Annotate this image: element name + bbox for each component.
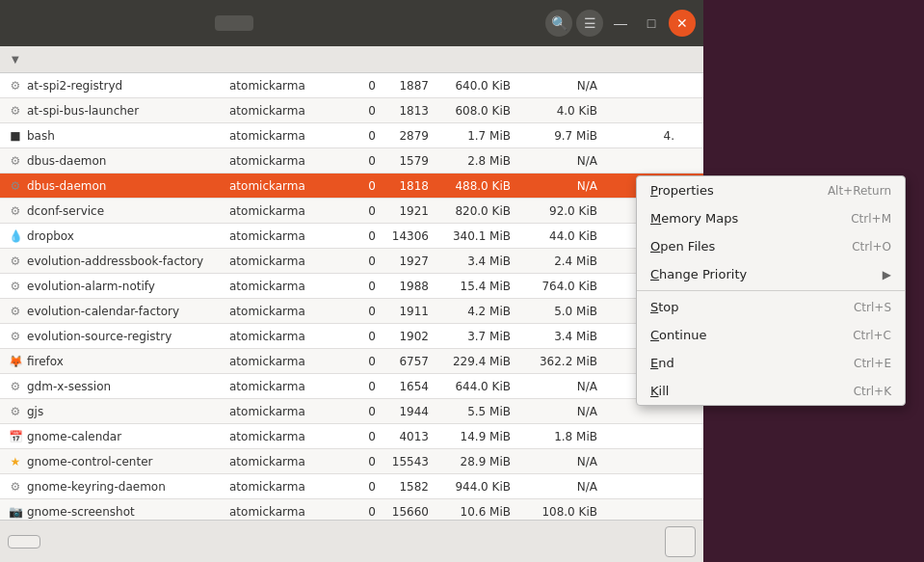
- table-row[interactable]: ⚙ gnome-keyring-daemon atomickarma 0 158…: [0, 474, 703, 499]
- shortcut-label: Ctrl+E: [854, 357, 891, 370]
- menu-item-stop[interactable]: StopCtrl+S: [637, 293, 905, 321]
- process-id: 1944: [380, 405, 433, 418]
- process-id: 1818: [380, 179, 433, 193]
- table-row[interactable]: ⚙ evolution-calendar-factory atomickarma…: [0, 299, 703, 324]
- shortcut-label: Alt+Return: [828, 184, 891, 198]
- process-user: atomickarma: [225, 104, 322, 118]
- process-user: atomickarma: [225, 380, 322, 393]
- process-diskr: N/A: [515, 480, 601, 494]
- process-diskr: 3.4 MiB: [515, 330, 601, 343]
- table-row[interactable]: 💧 dropbox atomickarma 0 14306 340.1 MiB …: [0, 224, 703, 249]
- process-icon: ⚙: [8, 78, 23, 94]
- process-cpu: 0: [322, 330, 380, 343]
- table-row[interactable]: ⚙ dbus-daemon atomickarma 0 1579 2.8 MiB…: [0, 148, 703, 174]
- menu-item-open-files[interactable]: Open FilesCtrl+O: [637, 232, 905, 260]
- menu-item-properties[interactable]: PropertiesAlt+Return: [637, 176, 905, 204]
- process-diskr: 44.0 KiB: [515, 229, 601, 243]
- process-memory: 4.2 MiB: [433, 305, 515, 318]
- context-menu: PropertiesAlt+ReturnMemory MapsCtrl+MOpe…: [636, 175, 906, 406]
- table-row[interactable]: ⚙ evolution-alarm-notify atomickarma 0 1…: [0, 274, 703, 299]
- process-name: ★ gnome-control-center: [4, 454, 225, 469]
- process-memory: 340.1 MiB: [433, 229, 515, 243]
- tab-filesystems[interactable]: [296, 15, 334, 31]
- table-row[interactable]: 📅 gnome-calendar atomickarma 0 4013 14.9…: [0, 424, 703, 449]
- table-row[interactable]: ⚙ dbus-daemon atomickarma 0 1818 488.0 K…: [0, 174, 703, 199]
- process-memory: 3.7 MiB: [433, 330, 515, 343]
- process-id: 14306: [380, 229, 433, 243]
- process-id: 1654: [380, 380, 433, 393]
- process-icon: ■: [8, 128, 23, 144]
- process-icon: 📅: [8, 429, 23, 444]
- shortcut-label: Ctrl+O: [852, 240, 891, 254]
- table-row[interactable]: 📷 gnome-screenshot atomickarma 0 15660 1…: [0, 499, 703, 520]
- process-cpu: 0: [322, 254, 380, 268]
- process-cpu: 0: [322, 305, 380, 318]
- process-user: atomickarma: [225, 455, 322, 468]
- process-icon: ⚙: [8, 103, 23, 119]
- process-cpu: 0: [322, 179, 380, 193]
- process-name: ⚙ at-spi-bus-launcher: [4, 103, 225, 119]
- table-row[interactable]: ⚙ at-spi-bus-launcher atomickarma 0 1813…: [0, 98, 703, 123]
- table-row[interactable]: ⚙ evolution-addressbook-factory atomicka…: [0, 249, 703, 274]
- tab-resources[interactable]: [255, 15, 294, 31]
- table-row[interactable]: 🦊 firefox atomickarma 0 6757 229.4 MiB 3…: [0, 349, 703, 374]
- process-icon: ⚙: [8, 203, 23, 219]
- table-row[interactable]: ■ bash atomickarma 0 2879 1.7 MiB 9.7 Mi…: [0, 123, 703, 148]
- minimize-button[interactable]: —: [607, 10, 634, 37]
- process-user: atomickarma: [225, 254, 322, 268]
- table-row[interactable]: ⚙ gdm-x-session atomickarma 0 1654 644.0…: [0, 374, 703, 399]
- settings-button[interactable]: [665, 526, 696, 557]
- end-process-button[interactable]: [8, 535, 40, 549]
- close-button[interactable]: ✕: [669, 10, 696, 37]
- titlebar: 🔍 ☰ — □ ✕: [0, 0, 703, 46]
- menu-item-end[interactable]: EndCtrl+E: [637, 349, 905, 377]
- search-button[interactable]: 🔍: [545, 10, 572, 37]
- process-name: ⚙ dconf-service: [4, 203, 225, 219]
- process-memory: 944.0 KiB: [433, 480, 515, 494]
- process-name: ⚙ dbus-daemon: [4, 178, 225, 194]
- process-icon: ⚙: [8, 379, 23, 394]
- process-name: ⚙ evolution-calendar-factory: [4, 304, 225, 319]
- process-memory: 229.4 MiB: [433, 355, 515, 368]
- menu-item-continue[interactable]: ContinueCtrl+C: [637, 321, 905, 349]
- process-user: atomickarma: [225, 229, 322, 243]
- menu-item-change-priority[interactable]: Change Priority▶: [637, 260, 905, 288]
- process-user: atomickarma: [225, 330, 322, 343]
- shortcut-label: Ctrl+M: [851, 212, 891, 226]
- menu-item-memory-maps[interactable]: Memory MapsCtrl+M: [637, 204, 905, 232]
- process-cpu: 0: [322, 104, 380, 118]
- process-diskr: 9.7 MiB: [515, 129, 601, 143]
- menu-button[interactable]: ☰: [576, 10, 603, 37]
- process-memory: 820.0 KiB: [433, 204, 515, 218]
- process-id: 1887: [380, 79, 433, 93]
- process-user: atomickarma: [225, 355, 322, 368]
- col-header-name[interactable]: ▼: [4, 54, 225, 65]
- process-diskr: N/A: [515, 79, 601, 93]
- process-cpu: 0: [322, 229, 380, 243]
- process-icon: ⚙: [8, 153, 23, 169]
- table-row[interactable]: ⚙ evolution-source-registry atomickarma …: [0, 324, 703, 349]
- maximize-button[interactable]: □: [638, 10, 665, 37]
- process-id: 6757: [380, 355, 433, 368]
- submenu-arrow-icon: ▶: [883, 268, 891, 281]
- process-memory: 28.9 MiB: [433, 455, 515, 468]
- process-name: ⚙ gjs: [4, 404, 225, 419]
- process-name: 🦊 firefox: [4, 354, 225, 369]
- table-row[interactable]: ⚙ dconf-service atomickarma 0 1921 820.0…: [0, 199, 703, 224]
- process-memory: 5.5 MiB: [433, 405, 515, 418]
- table-row[interactable]: ⚙ gjs atomickarma 0 1944 5.5 MiB N/A: [0, 399, 703, 424]
- menu-item-kill[interactable]: KillCtrl+K: [637, 377, 905, 405]
- process-user: atomickarma: [225, 179, 322, 193]
- menu-item-label: Stop: [650, 300, 679, 314]
- tab-processes[interactable]: [215, 15, 253, 31]
- process-id: 2879: [380, 129, 433, 143]
- process-user: atomickarma: [225, 79, 322, 93]
- process-name: 📷 gnome-screenshot: [4, 504, 225, 520]
- menu-item-label: Open Files: [650, 239, 715, 254]
- process-icon: ⚙: [8, 329, 23, 344]
- table-row[interactable]: ⚙ at-spi2-registryd atomickarma 0 1887 6…: [0, 73, 703, 98]
- process-name: ⚙ evolution-source-registry: [4, 329, 225, 344]
- process-cpu: 0: [322, 505, 380, 519]
- table-row[interactable]: ★ gnome-control-center atomickarma 0 155…: [0, 449, 703, 474]
- process-cpu: 0: [322, 280, 380, 293]
